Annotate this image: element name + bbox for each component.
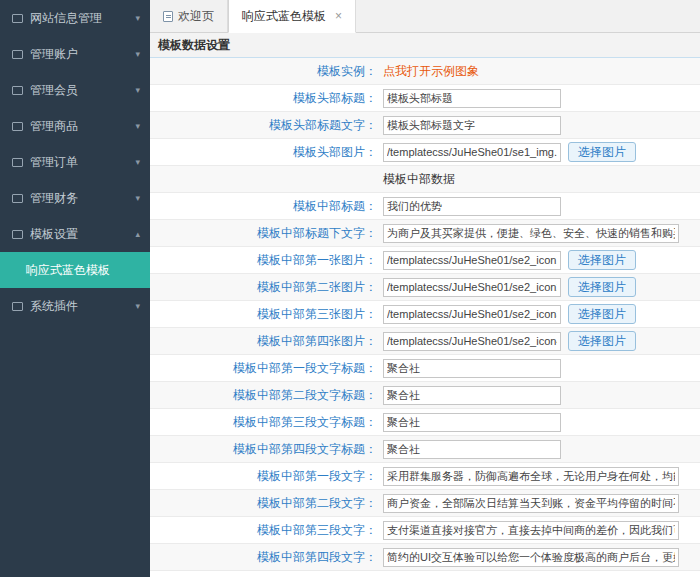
text-input[interactable] — [383, 116, 561, 135]
text-input[interactable] — [383, 386, 561, 405]
chevron-down-icon: ▾ — [135, 193, 140, 203]
form-row: 模板头部标题： — [150, 85, 700, 112]
form-row: 模板中部标题下文字： — [150, 220, 700, 247]
text-input[interactable] — [383, 521, 679, 540]
form-row: 模板中部第二张图片：选择图片 — [150, 274, 700, 301]
field-label: 模板中部第四段文字标题： — [150, 441, 383, 458]
form-row: 模板中部第四段文字标题： — [150, 436, 700, 463]
form-row: 模板头部标题文字： — [150, 112, 700, 139]
tab-blue-template[interactable]: 响应式蓝色模板 × — [228, 0, 356, 33]
choose-image-button[interactable]: 选择图片 — [568, 277, 636, 297]
sidebar-item-plugins[interactable]: 系统插件 ▾ — [0, 288, 150, 324]
form-row: 模板中部第二段文字标题： — [150, 382, 700, 409]
text-input[interactable] — [383, 197, 561, 216]
tab-welcome[interactable]: 欢迎页 — [150, 0, 228, 32]
field-label: 模板头部标题文字： — [150, 117, 383, 134]
field-label: 模板中部第二张图片： — [150, 279, 383, 296]
sidebar-item-members[interactable]: 管理会员 ▾ — [0, 72, 150, 108]
sidebar-item-site-info[interactable]: 网站信息管理 ▾ — [0, 0, 150, 36]
sidebar-item-label: 管理会员 — [30, 82, 135, 99]
form-row: 模板中部第四段文字： — [150, 544, 700, 571]
monitor-icon — [12, 158, 23, 167]
field-label: 模板中部第三张图片： — [150, 306, 383, 323]
sidebar-item-label: 管理商品 — [30, 118, 135, 135]
form-row: 模板中部第三段文字： — [150, 517, 700, 544]
text-input[interactable] — [383, 359, 561, 378]
image-path-input[interactable] — [383, 251, 561, 270]
form-row: 模板中部第四张图片：选择图片 — [150, 328, 700, 355]
chevron-down-icon: ▾ — [135, 121, 140, 131]
chevron-down-icon: ▾ — [135, 85, 140, 95]
field-label: 模板中部第二段文字标题： — [150, 387, 383, 404]
field-label: 模板中部第四张图片： — [150, 333, 383, 350]
sidebar-item-products[interactable]: 管理商品 ▾ — [0, 108, 150, 144]
chevron-down-icon: ▾ — [135, 157, 140, 167]
field-label: 模板头部标题： — [150, 90, 383, 107]
monitor-icon — [12, 194, 23, 203]
form-row: 模板中部第二段文字： — [150, 490, 700, 517]
sidebar-item-label: 管理订单 — [30, 154, 135, 171]
text-input[interactable] — [383, 548, 679, 567]
field-label: 模板实例： — [150, 63, 383, 80]
image-path-input[interactable] — [383, 278, 561, 297]
sidebar-item-accounts[interactable]: 管理账户 ▾ — [0, 36, 150, 72]
choose-image-button[interactable]: 选择图片 — [568, 250, 636, 270]
text-input[interactable] — [383, 224, 679, 243]
sidebar-item-template-settings[interactable]: 模板设置 ▴ — [0, 216, 150, 252]
monitor-icon — [12, 230, 23, 239]
image-path-input[interactable] — [383, 305, 561, 324]
chevron-up-icon: ▴ — [135, 229, 140, 239]
main-area: 欢迎页 响应式蓝色模板 × 模板数据设置 模板实例：点我打开示例图象模板头部标题… — [150, 0, 700, 577]
form-row: 模板中部第一段文字： — [150, 463, 700, 490]
monitor-icon — [12, 302, 23, 311]
choose-image-button[interactable]: 选择图片 — [568, 142, 636, 162]
field-label: 模板中部第一张图片： — [150, 252, 383, 269]
page-title: 模板数据设置 — [150, 33, 700, 58]
form-row: 模板中部标题： — [150, 193, 700, 220]
text-input[interactable] — [383, 89, 561, 108]
text-input[interactable] — [383, 413, 561, 432]
document-icon — [163, 11, 173, 22]
chevron-down-icon: ▾ — [135, 13, 140, 23]
field-label: 模板中部第三段文字标题： — [150, 414, 383, 431]
text-input[interactable] — [383, 467, 679, 486]
monitor-icon — [12, 86, 23, 95]
sidebar-item-label: 系统插件 — [30, 298, 135, 315]
field-label: 模板头部图片： — [150, 144, 383, 161]
form-rows: 模板实例：点我打开示例图象模板头部标题：模板头部标题文字：模板头部图片：选择图片… — [150, 58, 700, 577]
form-row: 模板中部第一张图片：选择图片 — [150, 247, 700, 274]
field-label: 模板中部标题： — [150, 198, 383, 215]
field-label: 模板中部第一段文字： — [150, 468, 383, 485]
tab-bar: 欢迎页 响应式蓝色模板 × — [150, 0, 700, 33]
sidebar-subitem-blue-template[interactable]: 响应式蓝色模板 — [0, 252, 150, 288]
sidebar-item-finance[interactable]: 管理财务 ▾ — [0, 180, 150, 216]
text-input[interactable] — [383, 440, 561, 459]
text-input[interactable] — [383, 494, 679, 513]
field-label: 模板中部第二段文字： — [150, 495, 383, 512]
sidebar-subitem-label: 响应式蓝色模板 — [26, 262, 110, 279]
form-row: 模板中部第三张图片：选择图片 — [150, 301, 700, 328]
choose-image-button[interactable]: 选择图片 — [568, 331, 636, 351]
tab-label: 响应式蓝色模板 — [242, 8, 326, 25]
chevron-down-icon: ▾ — [135, 49, 140, 59]
monitor-icon — [12, 50, 23, 59]
form-row: 模板头部图片：选择图片 — [150, 139, 700, 166]
image-path-input[interactable] — [383, 332, 561, 351]
form-row: 模板实例：点我打开示例图象 — [150, 58, 700, 85]
sidebar: 网站信息管理 ▾ 管理账户 ▾ 管理会员 ▾ 管理商品 ▾ 管理订单 ▾ 管理财… — [0, 0, 150, 577]
close-icon[interactable]: × — [335, 10, 342, 22]
image-path-input[interactable] — [383, 143, 561, 162]
sidebar-item-label: 网站信息管理 — [30, 10, 135, 27]
sidebar-item-orders[interactable]: 管理订单 ▾ — [0, 144, 150, 180]
field-label: 模板中部标题下文字： — [150, 225, 383, 242]
form-row: 模板中部数据 — [150, 166, 700, 193]
field-label: 模板中部第四段文字： — [150, 549, 383, 566]
section-label: 模板中部数据 — [383, 171, 455, 188]
open-example-image-link[interactable]: 点我打开示例图象 — [383, 63, 479, 80]
monitor-icon — [12, 14, 23, 23]
sidebar-item-label: 管理账户 — [30, 46, 135, 63]
form-row: 模板中部第三段文字标题： — [150, 409, 700, 436]
choose-image-button[interactable]: 选择图片 — [568, 304, 636, 324]
field-label: 模板中部第一段文字标题： — [150, 360, 383, 377]
app-window: 网站信息管理 ▾ 管理账户 ▾ 管理会员 ▾ 管理商品 ▾ 管理订单 ▾ 管理财… — [0, 0, 700, 577]
